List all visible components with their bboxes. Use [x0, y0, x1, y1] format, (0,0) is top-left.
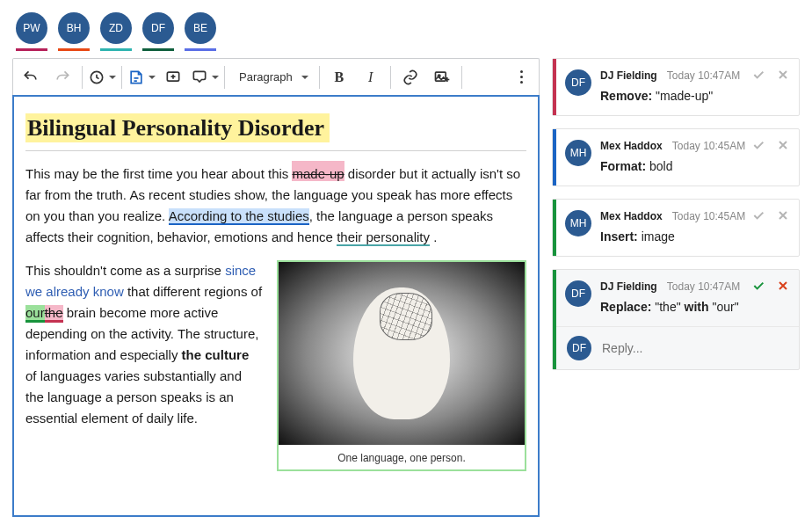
comment-time: Today 10:47AM	[667, 69, 740, 82]
suggestion-action-label: Remove:	[600, 89, 652, 103]
suggestion-action-value: image	[642, 229, 675, 244]
body-text[interactable]: that different regions of	[124, 284, 262, 299]
comment-time: Today 10:47AM	[667, 280, 740, 293]
comment-add-button[interactable]	[157, 60, 189, 95]
collaborator-avatar[interactable]: BH	[58, 12, 90, 44]
comments-pane-button[interactable]	[189, 60, 221, 95]
avatar-initials: ZD	[109, 22, 123, 34]
chevron-down-icon	[149, 76, 156, 79]
comment-author: DJ Fielding	[600, 69, 657, 82]
accept-suggestion-button[interactable]	[750, 277, 767, 295]
body-text[interactable]: This may be the first time you hear abou…	[25, 166, 292, 181]
comment-avatar: MH	[565, 140, 591, 166]
image-button[interactable]	[426, 60, 458, 95]
figure-caption[interactable]: One language, one person.	[279, 445, 525, 469]
suggestion-action-value: "the"	[655, 300, 680, 314]
body-text[interactable]: of languages varies substantially and th…	[25, 368, 242, 426]
suggestion-card-active[interactable]: DF DJ Fielding Today 10:47AM Replace: "t…	[552, 269, 800, 370]
suggestion-card[interactable]: DF DJ Fielding Today 10:47AM Remove: "ma…	[552, 58, 800, 116]
comment-time: Today 10:45AM	[672, 140, 745, 152]
more-vertical-icon	[520, 70, 523, 84]
chevron-down-icon	[301, 76, 308, 79]
suggestion-action-value: "our"	[712, 300, 738, 314]
comment-author: Mex Haddox	[600, 140, 663, 152]
comment-avatar: MH	[565, 210, 591, 236]
reject-suggestion-button[interactable]	[774, 207, 792, 224]
collaborator-color-bar	[16, 48, 47, 51]
reject-suggestion-button[interactable]	[774, 66, 792, 84]
reply-avatar: DF	[567, 336, 591, 360]
comment-avatar: DF	[565, 280, 591, 307]
tracked-replacement-new[interactable]: our	[25, 305, 45, 323]
body-text[interactable]: .	[430, 229, 437, 244]
phrenology-head-icon	[353, 287, 450, 419]
comment-avatar: DF	[565, 69, 591, 96]
bold-text[interactable]: the culture	[182, 347, 250, 362]
collaborator-avatar[interactable]: ZD	[100, 12, 132, 44]
inline-figure[interactable]: One language, one person.	[277, 260, 526, 471]
track-changes-button[interactable]	[126, 60, 157, 95]
more-options-button[interactable]	[505, 60, 537, 95]
chevron-down-icon	[109, 76, 116, 79]
collaborator-color-bar	[185, 48, 216, 51]
avatar-initials: BE	[193, 22, 207, 34]
link-button[interactable]	[395, 60, 426, 95]
avatar-initials: PW	[23, 22, 40, 34]
undo-button[interactable]	[15, 60, 47, 95]
suggestion-action-label: Format:	[600, 159, 646, 173]
heading-select-label: Paragraph	[239, 70, 293, 84]
reply-input[interactable]	[600, 340, 788, 356]
suggestion-card[interactable]: MH Mex Haddox Today 10:45AM Insert: imag…	[552, 199, 800, 257]
avatar-initials: DF	[151, 22, 165, 34]
tracked-format-change[interactable]: According to the studies	[169, 208, 309, 225]
suggestion-action-label: Replace:	[600, 300, 651, 314]
body-text[interactable]: This shouldn't come as a surprise	[25, 263, 225, 278]
heading-select[interactable]: Paragraph	[228, 60, 315, 95]
collaborator-color-bar	[58, 48, 90, 51]
tracked-insertion[interactable]: their personality	[337, 229, 430, 246]
tracked-replacement-old[interactable]: the	[45, 305, 63, 323]
collaborator-avatar[interactable]: BE	[185, 12, 216, 44]
suggestion-action-value: bold	[649, 159, 672, 173]
reject-suggestion-button[interactable]	[774, 136, 792, 154]
suggestion-card[interactable]: MH Mex Haddox Today 10:45AM Format: bold	[552, 128, 800, 186]
accept-suggestion-button[interactable]	[750, 207, 767, 224]
comment-time: Today 10:45AM	[672, 210, 745, 222]
chevron-down-icon	[212, 76, 219, 79]
reject-suggestion-button[interactable]	[774, 277, 792, 295]
accept-suggestion-button[interactable]	[750, 136, 767, 154]
collaborator-color-bar	[142, 48, 174, 51]
comments-sidebar: DF DJ Fielding Today 10:47AM Remove: "ma…	[552, 58, 800, 517]
bold-button[interactable]: B	[323, 60, 355, 95]
suggestion-action-mid: with	[685, 300, 713, 314]
figure-image	[279, 262, 525, 445]
italic-button[interactable]: I	[355, 60, 387, 95]
editor-toolbar: Paragraph B I	[12, 58, 540, 95]
avatar-initials: BH	[67, 22, 82, 34]
accept-suggestion-button[interactable]	[750, 66, 767, 84]
document-title[interactable]: Bilingual Personality Disorder	[25, 113, 330, 142]
collaborator-color-bar	[100, 48, 132, 51]
redo-button[interactable]	[47, 60, 78, 95]
comment-author: DJ Fielding	[600, 280, 657, 293]
suggestion-action-label: Insert:	[600, 229, 638, 244]
collaborator-avatar[interactable]: PW	[16, 12, 47, 44]
suggestion-action-value: "made-up"	[656, 89, 713, 103]
editor-content[interactable]: Bilingual Personality Disorder This may …	[12, 95, 540, 517]
collaborator-avatar[interactable]: DF	[142, 12, 174, 44]
comment-author: Mex Haddox	[600, 210, 663, 222]
history-button[interactable]	[86, 60, 118, 95]
collaborators-row: PW BH ZD DF BE	[0, 0, 812, 58]
tracked-deletion[interactable]: made-up	[292, 166, 344, 181]
